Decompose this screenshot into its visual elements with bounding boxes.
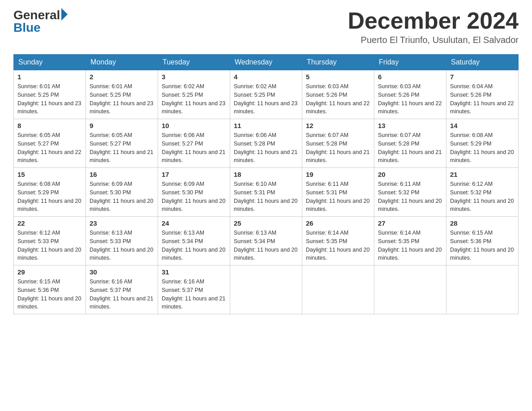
day-number: 6 [378,73,442,81]
day-info: Sunrise: 6:01 AMSunset: 5:25 PMDaylight:… [17,82,82,116]
day-number: 2 [90,73,154,81]
day-number: 22 [17,219,82,227]
calendar-day-cell [446,265,519,314]
day-info: Sunrise: 6:01 AMSunset: 5:25 PMDaylight:… [90,82,154,116]
day-number: 18 [234,171,298,178]
day-info: Sunrise: 6:09 AMSunset: 5:30 PMDaylight:… [90,180,154,214]
day-info: Sunrise: 6:04 AMSunset: 5:26 PMDaylight:… [450,82,515,116]
day-info: Sunrise: 6:03 AMSunset: 5:26 PMDaylight:… [378,82,442,116]
calendar-header-friday: Friday [374,55,446,70]
calendar-day-cell: 28Sunrise: 6:15 AMSunset: 5:36 PMDayligh… [446,217,519,265]
day-number: 23 [90,219,154,227]
day-info: Sunrise: 6:11 AMSunset: 5:32 PMDaylight:… [378,180,442,214]
day-info: Sunrise: 6:02 AMSunset: 5:25 PMDaylight:… [234,82,298,116]
calendar-day-cell: 10Sunrise: 6:06 AMSunset: 5:27 PMDayligh… [158,119,230,168]
day-info: Sunrise: 6:15 AMSunset: 5:36 PMDaylight:… [17,278,82,311]
calendar-day-cell: 12Sunrise: 6:07 AMSunset: 5:28 PMDayligh… [302,119,374,168]
calendar-day-cell: 1Sunrise: 6:01 AMSunset: 5:25 PMDaylight… [14,70,86,119]
day-number: 15 [17,171,82,178]
title-section: December 2024 Puerto El Triunfo, Usuluta… [348,9,519,45]
day-number: 29 [17,268,82,276]
calendar-day-cell: 7Sunrise: 6:04 AMSunset: 5:26 PMDaylight… [446,70,519,119]
calendar-day-cell: 5Sunrise: 6:03 AMSunset: 5:26 PMDaylight… [302,70,374,119]
calendar-header-thursday: Thursday [302,55,374,70]
day-number: 24 [162,219,226,227]
day-info: Sunrise: 6:13 AMSunset: 5:34 PMDaylight:… [162,229,226,262]
calendar-day-cell: 17Sunrise: 6:09 AMSunset: 5:30 PMDayligh… [158,168,230,217]
calendar-day-cell: 11Sunrise: 6:06 AMSunset: 5:28 PMDayligh… [230,119,302,168]
calendar-day-cell: 8Sunrise: 6:05 AMSunset: 5:27 PMDaylight… [14,119,86,168]
calendar-week-row: 22Sunrise: 6:12 AMSunset: 5:33 PMDayligh… [14,217,519,265]
calendar-week-row: 15Sunrise: 6:08 AMSunset: 5:29 PMDayligh… [14,168,519,217]
day-number: 11 [234,122,298,129]
day-info: Sunrise: 6:10 AMSunset: 5:31 PMDaylight:… [234,180,298,214]
day-number: 1 [17,73,82,81]
day-info: Sunrise: 6:07 AMSunset: 5:28 PMDaylight:… [306,131,370,165]
day-info: Sunrise: 6:06 AMSunset: 5:27 PMDaylight:… [162,131,226,165]
day-number: 16 [90,171,154,178]
day-info: Sunrise: 6:02 AMSunset: 5:25 PMDaylight:… [162,82,226,116]
calendar-header-sunday: Sunday [14,55,86,70]
month-year-title: December 2024 [348,9,519,32]
page-header: General Blue December 2024 Puerto El Tri… [13,9,519,45]
day-number: 3 [162,73,226,81]
calendar-day-cell [230,265,302,314]
day-info: Sunrise: 6:09 AMSunset: 5:30 PMDaylight:… [162,180,226,214]
calendar-day-cell: 20Sunrise: 6:11 AMSunset: 5:32 PMDayligh… [374,168,446,217]
calendar-week-row: 29Sunrise: 6:15 AMSunset: 5:36 PMDayligh… [14,265,519,314]
calendar-day-cell: 22Sunrise: 6:12 AMSunset: 5:33 PMDayligh… [14,217,86,265]
day-number: 19 [306,171,370,178]
day-info: Sunrise: 6:12 AMSunset: 5:32 PMDaylight:… [450,180,515,214]
day-number: 25 [234,219,298,227]
day-number: 5 [306,73,370,81]
day-info: Sunrise: 6:03 AMSunset: 5:26 PMDaylight:… [306,82,370,116]
calendar-day-cell: 23Sunrise: 6:13 AMSunset: 5:33 PMDayligh… [86,217,158,265]
calendar-day-cell: 6Sunrise: 6:03 AMSunset: 5:26 PMDaylight… [374,70,446,119]
logo-general-text: General [13,9,60,21]
day-number: 14 [450,122,515,129]
day-number: 8 [17,122,82,129]
day-info: Sunrise: 6:08 AMSunset: 5:29 PMDaylight:… [17,180,82,214]
calendar-header-row: SundayMondayTuesdayWednesdayThursdayFrid… [14,55,519,70]
day-info: Sunrise: 6:14 AMSunset: 5:35 PMDaylight:… [378,229,442,262]
day-number: 27 [378,219,442,227]
calendar-header-monday: Monday [86,55,158,70]
calendar-day-cell [302,265,374,314]
calendar-week-row: 8Sunrise: 6:05 AMSunset: 5:27 PMDaylight… [14,119,519,168]
day-number: 28 [450,219,515,227]
day-info: Sunrise: 6:11 AMSunset: 5:31 PMDaylight:… [306,180,370,214]
logo-blue-text: Blue [13,21,68,34]
calendar-day-cell: 2Sunrise: 6:01 AMSunset: 5:25 PMDaylight… [86,70,158,119]
calendar-day-cell: 31Sunrise: 6:16 AMSunset: 5:37 PMDayligh… [158,265,230,314]
day-number: 13 [378,122,442,129]
calendar-table: SundayMondayTuesdayWednesdayThursdayFrid… [13,54,519,314]
logo: General Blue [13,9,68,34]
day-number: 20 [378,171,442,178]
day-number: 9 [90,122,154,129]
day-info: Sunrise: 6:06 AMSunset: 5:28 PMDaylight:… [234,131,298,165]
day-info: Sunrise: 6:13 AMSunset: 5:33 PMDaylight:… [90,229,154,262]
calendar-day-cell: 24Sunrise: 6:13 AMSunset: 5:34 PMDayligh… [158,217,230,265]
calendar-day-cell: 26Sunrise: 6:14 AMSunset: 5:35 PMDayligh… [302,217,374,265]
logo-triangle-icon [61,8,68,21]
calendar-day-cell: 4Sunrise: 6:02 AMSunset: 5:25 PMDaylight… [230,70,302,119]
day-info: Sunrise: 6:15 AMSunset: 5:36 PMDaylight:… [450,229,515,262]
calendar-day-cell: 19Sunrise: 6:11 AMSunset: 5:31 PMDayligh… [302,168,374,217]
location-subtitle: Puerto El Triunfo, Usulutan, El Salvador [348,35,519,45]
day-number: 17 [162,171,226,178]
calendar-day-cell: 16Sunrise: 6:09 AMSunset: 5:30 PMDayligh… [86,168,158,217]
day-info: Sunrise: 6:05 AMSunset: 5:27 PMDaylight:… [90,131,154,165]
day-number: 26 [306,219,370,227]
calendar-header-wednesday: Wednesday [230,55,302,70]
calendar-day-cell: 3Sunrise: 6:02 AMSunset: 5:25 PMDaylight… [158,70,230,119]
calendar-day-cell: 14Sunrise: 6:08 AMSunset: 5:29 PMDayligh… [446,119,519,168]
day-info: Sunrise: 6:16 AMSunset: 5:37 PMDaylight:… [90,278,154,311]
day-number: 7 [450,73,515,81]
day-number: 21 [450,171,515,178]
calendar-day-cell: 25Sunrise: 6:13 AMSunset: 5:34 PMDayligh… [230,217,302,265]
calendar-day-cell: 15Sunrise: 6:08 AMSunset: 5:29 PMDayligh… [14,168,86,217]
day-number: 31 [162,268,226,276]
calendar-day-cell: 21Sunrise: 6:12 AMSunset: 5:32 PMDayligh… [446,168,519,217]
day-info: Sunrise: 6:08 AMSunset: 5:29 PMDaylight:… [450,131,515,165]
day-number: 4 [234,73,298,81]
